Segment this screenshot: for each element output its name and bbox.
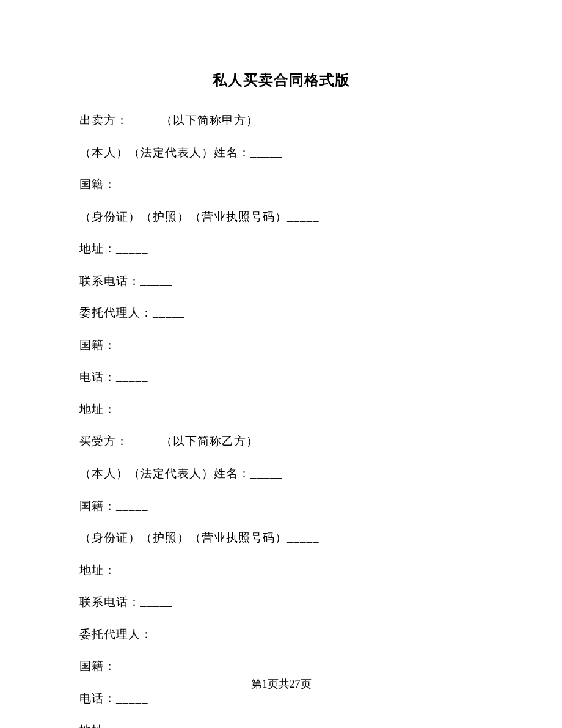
seller-name-line: （本人）（法定代表人）姓名：_____ xyxy=(79,144,483,161)
buyer-agent-address-line: 地址：_____ xyxy=(79,722,483,728)
seller-nationality-line: 国籍：_____ xyxy=(79,176,483,193)
document-page: 私人买卖合同格式版 出卖方：_____（以下简称甲方） （本人）（法定代表人）姓… xyxy=(0,0,562,728)
seller-agent-address-line: 地址：_____ xyxy=(79,401,483,418)
seller-agent-phone-line: 电话：_____ xyxy=(79,369,483,386)
seller-agent-nationality-line: 国籍：_____ xyxy=(79,337,483,354)
buyer-address-line: 地址：_____ xyxy=(79,562,483,579)
buyer-agent-nationality-line: 国籍：_____ xyxy=(79,658,483,675)
seller-id-line: （身份证）（护照）（营业执照号码）_____ xyxy=(79,208,483,226)
document-title: 私人买卖合同格式版 xyxy=(79,70,483,90)
buyer-name-line: （本人）（法定代表人）姓名：_____ xyxy=(79,465,483,482)
buyer-agent-line: 委托代理人：_____ xyxy=(79,626,483,643)
buyer-id-line: （身份证）（护照）（营业执照号码）_____ xyxy=(79,529,483,546)
seller-line: 出卖方：_____（以下简称甲方） xyxy=(79,112,483,129)
buyer-nationality-line: 国籍：_____ xyxy=(79,498,483,515)
buyer-line: 买受方：_____（以下简称乙方） xyxy=(79,433,483,450)
page-footer: 第1页共27页 xyxy=(0,677,562,691)
buyer-agent-phone-line: 电话：_____ xyxy=(79,690,483,707)
seller-address-line: 地址：_____ xyxy=(79,240,483,257)
seller-agent-line: 委托代理人：_____ xyxy=(79,304,483,322)
seller-phone-line: 联系电话：_____ xyxy=(79,273,483,290)
buyer-phone-line: 联系电话：_____ xyxy=(79,594,483,611)
